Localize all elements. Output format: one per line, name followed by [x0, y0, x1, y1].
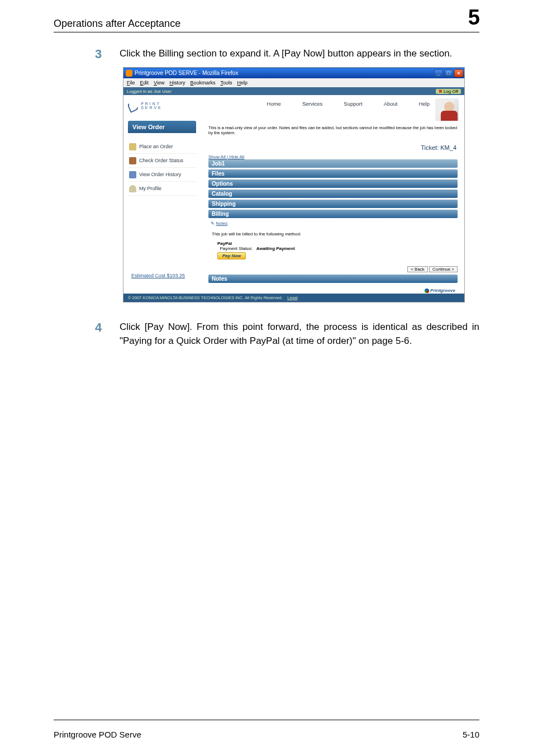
- section-billing[interactable]: Billing: [208, 210, 458, 218]
- screenshot-window: Printgroove POD SERVE - Mozilla Firefox …: [123, 67, 465, 303]
- back-button[interactable]: < Back: [407, 266, 428, 272]
- section-options[interactable]: Options: [208, 179, 458, 188]
- section-notes[interactable]: Notes: [208, 275, 458, 283]
- view-order-header: View Order: [128, 121, 196, 133]
- menu-edit[interactable]: Edit: [140, 80, 149, 86]
- menu-help[interactable]: Help: [237, 80, 248, 86]
- section-shipping[interactable]: Shipping: [208, 200, 458, 208]
- billing-notes-link[interactable]: Notes: [208, 220, 458, 229]
- menu-tools[interactable]: Tools: [220, 80, 232, 86]
- step-4-number: 4: [95, 320, 120, 335]
- payment-status-value: Awaiting Payment: [256, 246, 295, 251]
- logoff-button[interactable]: ✖Log Off: [436, 89, 461, 94]
- copyright-text: © 2007 KONICA MINOLTA BUSINESS TECHNOLOG…: [128, 295, 283, 300]
- footer-page: 5-10: [463, 730, 479, 739]
- menu-history[interactable]: History: [169, 80, 185, 86]
- browser-menubar: File Edit View History Bookmarks Tools H…: [123, 78, 464, 87]
- section-title: Operations after Acceptance: [54, 18, 468, 30]
- chapter-number: 5: [468, 6, 479, 30]
- readonly-message: This is a read-only view of your order. …: [208, 125, 458, 144]
- footer-product: Printgroove POD Serve: [54, 730, 141, 739]
- app-logo: PRINT SERVE: [128, 98, 178, 113]
- firefox-icon: [126, 70, 132, 77]
- profile-icon: [129, 185, 136, 192]
- history-icon: [129, 171, 136, 178]
- cart-icon: [129, 143, 136, 150]
- billing-method-block: PayPal Payment Status: Awaiting Payment …: [208, 239, 458, 264]
- pay-now-button[interactable]: Pay Now: [217, 252, 246, 259]
- ticket-label: Ticket: KM_4: [208, 144, 458, 154]
- header-image: [435, 98, 459, 121]
- sidebar-place-order[interactable]: Place an Order: [128, 140, 196, 154]
- menu-view[interactable]: View: [154, 80, 164, 86]
- window-title: Printgroove POD SERVE - Mozilla Firefox: [135, 70, 238, 76]
- package-icon: [129, 157, 136, 164]
- printgroove-icon: [425, 289, 429, 293]
- minimize-button[interactable]: _: [434, 69, 443, 77]
- nav-help[interactable]: Help: [418, 101, 430, 107]
- show-hide-toggle[interactable]: Show All | Hide All: [208, 154, 458, 159]
- app-footer: © 2007 KONICA MINOLTA BUSINESS TECHNOLOG…: [123, 294, 464, 302]
- maximize-button[interactable]: □: [444, 69, 453, 77]
- billing-description: This job will be billed to the following…: [208, 229, 458, 239]
- paypal-label: PayPal: [217, 241, 232, 246]
- payment-status-label: Payment Status:: [220, 246, 253, 251]
- legal-link[interactable]: Legal: [287, 295, 297, 300]
- continue-button[interactable]: Continue >: [429, 266, 458, 272]
- nav-support[interactable]: Support: [344, 101, 362, 107]
- section-job[interactable]: Job1: [208, 159, 458, 168]
- menu-bookmarks[interactable]: Bookmarks: [190, 80, 215, 86]
- sidebar-my-profile[interactable]: My Profile: [128, 182, 196, 196]
- nav-home[interactable]: Home: [267, 101, 281, 107]
- nav-about[interactable]: About: [384, 101, 398, 107]
- printgroove-logo-small: Printgroove: [422, 287, 458, 294]
- section-catalog[interactable]: Catalog: [208, 190, 458, 198]
- footer-divider: [54, 720, 479, 720]
- estimated-cost[interactable]: Estimated Cost $103.25: [128, 273, 196, 278]
- close-button[interactable]: ×: [454, 69, 463, 77]
- section-files[interactable]: Files: [208, 169, 458, 178]
- menu-file[interactable]: File: [127, 80, 135, 86]
- step-4-text: Click [Pay Now]. From this point forward…: [120, 320, 479, 348]
- sidebar-order-history[interactable]: View Order History: [128, 168, 196, 182]
- sidebar-check-status[interactable]: Check Order Status: [128, 154, 196, 168]
- logged-in-text: Logged in as Joe User: [127, 89, 172, 94]
- window-titlebar: Printgroove POD SERVE - Mozilla Firefox …: [123, 68, 464, 78]
- step-3-number: 3: [95, 47, 120, 62]
- nav-services[interactable]: Services: [302, 101, 322, 107]
- logged-in-bar: Logged in as Joe User ✖Log Off: [123, 87, 464, 95]
- step-3-text: Click the Billing section to expand it. …: [120, 47, 479, 61]
